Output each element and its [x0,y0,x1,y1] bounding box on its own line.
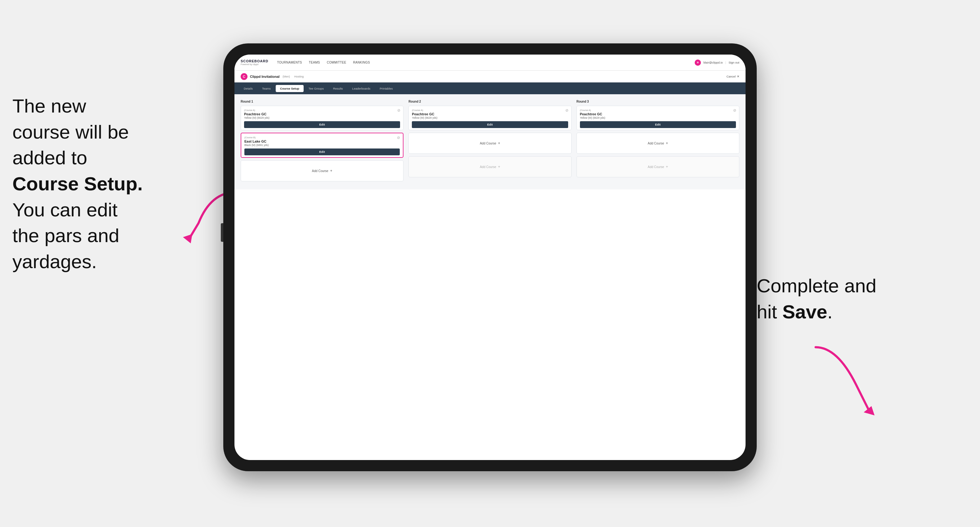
round-2-course-a-name: Peachtree GC [412,112,568,116]
round-3-course-a-tag: (Course A) [580,109,736,112]
round-3-add-course-disabled: Add Course + [576,156,739,177]
tab-teams[interactable]: Teams [258,85,275,92]
course-a-tag: (Course A) [244,109,400,112]
round-2-add-course-disabled: Add Course + [409,156,571,177]
tab-printables[interactable]: Printables [375,85,397,92]
round-2-course-a-edit-button[interactable]: Edit [412,121,568,128]
tablet-device: SCOREBOARD Powered by clippd TOURNAMENTS… [223,43,757,471]
top-navigation: SCOREBOARD Powered by clippd TOURNAMENTS… [234,54,746,71]
tablet-side-button [221,223,223,242]
round-2-course-a-delete-icon[interactable]: ⊘ [565,108,570,113]
tab-course-setup[interactable]: Course Setup [276,85,304,92]
tab-details[interactable]: Details [239,85,257,92]
nav-link-committee[interactable]: COMMITTEE [327,61,347,64]
nav-link-rankings[interactable]: RANKINGS [353,61,370,64]
round-3-add-course-label: Add Course + [648,141,668,145]
tournament-header: C Clippd Invitational (Men) Hosting Canc… [234,71,746,83]
round-1-course-b-card: (Course B) East Lake GC Black (M) (6891 … [241,133,404,158]
round-1-add-course-button[interactable]: Add Course + [241,160,404,181]
round-3-course-a-edit-button[interactable]: Edit [580,121,736,128]
tournament-info: C Clippd Invitational (Men) Hosting [241,73,304,80]
tournament-name: Clippd Invitational [250,75,279,78]
course-a-name: Peachtree GC [244,112,400,116]
sign-out-link[interactable]: Sign out [729,61,739,64]
nav-right: B blair@clippd.io | Sign out [695,60,739,66]
clippd-logo: C [241,73,248,80]
round-3-column: Round 3 (Course A) Peachtree GC Yellow (… [576,100,739,184]
user-email: blair@clippd.io [703,61,722,64]
tournament-gender: (Men) [283,75,290,78]
tab-tee-groups[interactable]: Tee Groups [304,85,328,92]
round-2-column: Round 2 (Course A) Peachtree GC Yellow (… [409,100,571,184]
round-2-course-a-tag: (Course A) [412,109,568,112]
round-3-course-a-delete-icon[interactable]: ⊘ [732,108,737,113]
annotation-left: The new course will be added to Course S… [13,93,192,275]
nav-link-tournaments[interactable]: TOURNAMENTS [277,61,302,64]
tab-leaderboards[interactable]: Leaderboards [348,85,375,92]
round-3-course-a-card: (Course A) Peachtree GC Yellow (M) (6629… [576,106,739,130]
round-2-add-course-label: Add Course + [480,141,500,145]
arrow-right-icon [806,341,887,422]
round-1-course-a-card: (Course A) Peachtree GC Yellow (M) (6629… [241,106,404,130]
tab-results[interactable]: Results [329,85,347,92]
round-1-label: Round 1 [241,100,404,103]
nav-links: TOURNAMENTS TEAMS COMMITTEE RANKINGS [277,61,695,64]
course-b-name: East Lake GC [244,140,400,143]
tournament-status: Hosting [294,75,304,78]
course-b-details: Black (M) (6891 yds) [244,143,400,147]
round-3-add-course-disabled-label: Add Course + [648,165,668,169]
tabs-bar: Details Teams Course Setup Tee Groups Re… [234,83,746,94]
round-1-add-course-label: Add Course + [312,169,332,173]
main-content: Round 1 (Course A) Peachtree GC Yellow (… [234,94,746,189]
course-b-tag: (Course B) [244,136,400,139]
round-1-course-b-delete-icon[interactable]: ⊘ [396,135,401,140]
round-2-course-a-card: (Course A) Peachtree GC Yellow (M) (6629… [409,106,571,130]
round-2-add-course-button[interactable]: Add Course + [409,133,571,154]
nav-link-teams[interactable]: TEAMS [309,61,320,64]
annotation-right: Complete and hit Save. [757,273,912,325]
round-2-course-a-details: Yellow (M) (6629 yds) [412,116,568,119]
round-1-course-a-delete-icon[interactable]: ⊘ [396,108,401,113]
logo-title: SCOREBOARD [241,60,268,63]
tablet-screen: SCOREBOARD Powered by clippd TOURNAMENTS… [234,54,746,460]
scoreboard-logo: SCOREBOARD Powered by clippd [241,60,268,65]
round-1-column: Round 1 (Course A) Peachtree GC Yellow (… [241,100,404,184]
round-1-course-a-edit-button[interactable]: Edit [244,121,400,128]
logo-subtitle: Powered by clippd [241,63,268,65]
round-2-add-course-disabled-label: Add Course + [480,165,500,169]
course-a-details: Yellow (M) (6629 yds) [244,116,400,119]
cancel-button[interactable]: Cancel ✕ [726,75,739,78]
round-1-course-b-edit-button[interactable]: Edit [244,149,400,155]
round-3-label: Round 3 [576,100,739,103]
user-avatar: B [695,60,701,66]
svg-marker-1 [864,406,875,415]
rounds-grid: Round 1 (Course A) Peachtree GC Yellow (… [241,100,739,184]
round-3-add-course-button[interactable]: Add Course + [576,133,739,154]
round-3-course-a-details: Yellow (M) (6629 yds) [580,116,736,119]
round-3-course-a-name: Peachtree GC [580,112,736,116]
round-2-label: Round 2 [409,100,571,103]
